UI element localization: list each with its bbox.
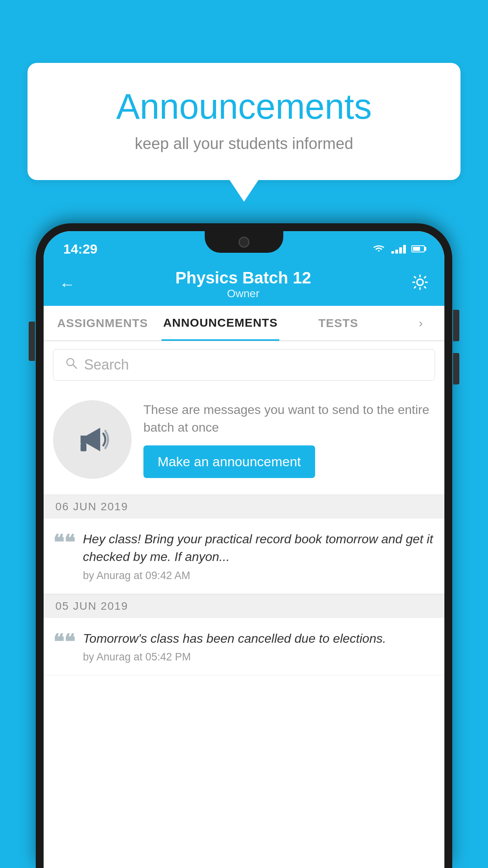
wifi-icon — [372, 244, 386, 254]
announcement-content-1: Hey class! Bring your practical record b… — [83, 530, 435, 582]
search-placeholder: Search — [84, 357, 129, 373]
search-icon — [65, 357, 78, 373]
tab-announcements[interactable]: ANNOUNCEMENTS — [161, 306, 279, 341]
date-separator-1: 06 JUN 2019 — [44, 495, 444, 519]
content-area: Search These are messages you want to se… — [44, 341, 444, 868]
power-button-2 — [453, 353, 459, 384]
power-button — [453, 310, 459, 341]
batch-name: Physics Batch 12 — [175, 268, 311, 287]
tab-more[interactable]: › — [397, 316, 444, 330]
announcement-meta-1: by Anurag at 09:42 AM — [83, 570, 435, 582]
quote-icon-2: ❝❝ — [53, 632, 75, 653]
announcement-meta-2: by Anurag at 05:42 PM — [83, 651, 435, 663]
status-icons — [372, 244, 425, 254]
phone-outer: 14:29 — [36, 223, 452, 868]
settings-icon[interactable] — [411, 274, 429, 295]
announcement-promo: These are messages you want to send to t… — [44, 388, 444, 495]
announcement-content-2: Tomorrow's class has been cancelled due … — [83, 630, 435, 664]
header-title-area: Physics Batch 12 Owner — [175, 268, 311, 300]
tabs-container: ASSIGNMENTS ANNOUNCEMENTS TESTS › — [44, 306, 444, 341]
app-header: ← Physics Batch 12 Owner — [44, 263, 444, 306]
promo-right: These are messages you want to send to t… — [143, 401, 435, 478]
speech-bubble: Announcements keep all your students inf… — [28, 63, 460, 180]
megaphone-icon — [73, 420, 112, 459]
bubble-subtitle: keep all your students informed — [59, 135, 429, 153]
signal-icon — [391, 244, 406, 254]
tab-tests[interactable]: TESTS — [279, 306, 397, 340]
notch — [205, 231, 283, 253]
volume-button — [29, 322, 35, 361]
battery-icon — [411, 245, 425, 252]
announcement-text-1: Hey class! Bring your practical record b… — [83, 530, 435, 566]
phone-wrapper: 14:29 — [36, 223, 452, 868]
announcement-item-1[interactable]: ❝❝ Hey class! Bring your practical recor… — [44, 519, 444, 594]
user-role: Owner — [175, 287, 311, 300]
quote-icon-1: ❝❝ — [53, 533, 75, 553]
speech-bubble-container: Announcements keep all your students inf… — [28, 63, 460, 180]
date-separator-2: 05 JUN 2019 — [44, 594, 444, 618]
promo-text: These are messages you want to send to t… — [143, 401, 435, 436]
tab-assignments[interactable]: ASSIGNMENTS — [44, 306, 161, 340]
announcement-item-2[interactable]: ❝❝ Tomorrow's class has been cancelled d… — [44, 618, 444, 676]
search-bar[interactable]: Search — [53, 349, 435, 381]
phone-screen: 14:29 — [44, 231, 444, 868]
camera — [238, 237, 250, 248]
svg-line-2 — [73, 365, 77, 368]
bubble-title: Announcements — [59, 86, 429, 127]
announcement-text-2: Tomorrow's class has been cancelled due … — [83, 630, 435, 647]
make-announcement-button[interactable]: Make an announcement — [143, 445, 315, 478]
megaphone-circle — [53, 400, 132, 479]
back-button[interactable]: ← — [59, 276, 75, 293]
svg-rect-3 — [81, 443, 86, 451]
status-time: 14:29 — [63, 241, 97, 257]
svg-point-0 — [417, 279, 423, 285]
